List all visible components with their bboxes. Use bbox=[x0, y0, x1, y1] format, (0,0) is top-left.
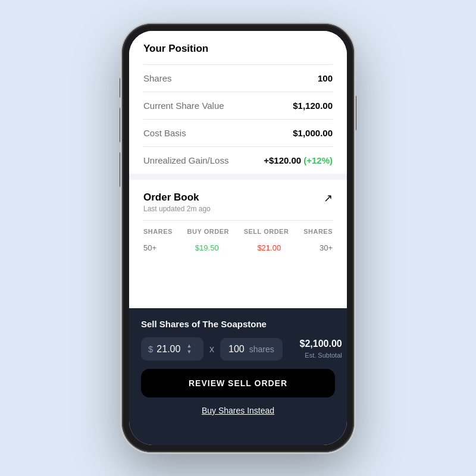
gain-loss-label: Unrealized Gain/Loss bbox=[143, 155, 228, 165]
ob-shares-right: 30+ bbox=[320, 243, 333, 252]
order-book-title: Order Book bbox=[143, 192, 211, 203]
gain-loss-value: +$120.00 bbox=[264, 155, 301, 165]
order-book-header: Order Book Last updated 2m ago ↗ bbox=[143, 192, 333, 213]
bottom-panel: Sell Shares of The Soapstone $ 21.00 ▲ ▼… bbox=[129, 308, 347, 445]
buy-instead-link[interactable]: Buy Shares Instead bbox=[141, 406, 335, 415]
share-value-label: Current Share Value bbox=[143, 101, 224, 111]
col-sell-order: SELL ORDER bbox=[244, 228, 289, 235]
order-book-info: Order Book Last updated 2m ago bbox=[143, 192, 211, 213]
price-stepper[interactable]: ▲ ▼ bbox=[186, 343, 192, 355]
share-value-row: Current Share Value $1,120.00 bbox=[143, 92, 333, 119]
col-buy-order: BUY ORDER bbox=[187, 228, 229, 235]
section-divider bbox=[129, 174, 347, 180]
share-value-amount: $1,120.00 bbox=[293, 101, 333, 111]
screen-content: Your Position Shares 100 Current Share V… bbox=[129, 31, 347, 308]
ob-shares-left: 50+ bbox=[143, 243, 156, 252]
shares-count: 100 bbox=[228, 344, 245, 355]
order-book-section: Order Book Last updated 2m ago ↗ SHARES … bbox=[129, 180, 347, 256]
cost-basis-value: $1,000.00 bbox=[293, 128, 333, 138]
dollar-sign: $ bbox=[148, 344, 153, 354]
panel-title: Sell Shares of The Soapstone bbox=[141, 319, 335, 329]
position-section: Your Position Shares 100 Current Share V… bbox=[129, 31, 347, 174]
position-title: Your Position bbox=[143, 43, 333, 55]
ob-buy-order: $19.50 bbox=[195, 243, 219, 252]
shares-row: Shares 100 bbox=[143, 64, 333, 92]
ob-sell-order: $21.00 bbox=[257, 243, 281, 252]
arrow-up-icon: ▲ bbox=[186, 343, 192, 349]
shares-value: 100 bbox=[318, 73, 333, 83]
arrow-down-icon: ▼ bbox=[186, 349, 192, 355]
phone-container: Your Position Shares 100 Current Share V… bbox=[122, 24, 354, 452]
subtotal-label: Est. Subtotal bbox=[305, 352, 342, 359]
shares-input-box[interactable]: 100 shares bbox=[220, 338, 283, 361]
order-inputs-row: $ 21.00 ▲ ▼ x 100 shares bbox=[141, 337, 335, 361]
gain-loss-pct: (+12%) bbox=[303, 155, 333, 165]
col-shares-right: SHARES bbox=[303, 228, 333, 235]
cost-basis-row: Cost Basis $1,000.00 bbox=[143, 119, 333, 146]
external-link-icon[interactable]: ↗ bbox=[324, 192, 333, 205]
multiply-sign: x bbox=[209, 344, 214, 355]
order-book-updated: Last updated 2m ago bbox=[143, 205, 211, 213]
power-button bbox=[354, 95, 356, 131]
col-shares-left: SHARES bbox=[143, 228, 173, 235]
phone-screen: Your Position Shares 100 Current Share V… bbox=[129, 31, 347, 445]
price-input-box[interactable]: $ 21.00 ▲ ▼ bbox=[141, 337, 203, 361]
review-sell-order-button[interactable]: REVIEW SELL ORDER bbox=[141, 369, 335, 397]
cost-basis-label: Cost Basis bbox=[143, 128, 186, 138]
phone-frame: Your Position Shares 100 Current Share V… bbox=[122, 24, 354, 452]
shares-input-label: shares bbox=[249, 345, 274, 354]
price-value: 21.00 bbox=[156, 344, 180, 355]
order-book-columns: SHARES BUY ORDER SELL ORDER SHARES bbox=[143, 220, 333, 240]
subtotal-amount: $2,100.00 bbox=[289, 339, 342, 349]
shares-label: Shares bbox=[143, 73, 172, 83]
subtotal-block: $2,100.00 Est. Subtotal bbox=[289, 339, 342, 360]
order-book-data-row: 50+ $19.50 $21.00 30+ bbox=[143, 240, 333, 256]
gain-loss-row: Unrealized Gain/Loss +$120.00 (+12%) bbox=[143, 146, 333, 174]
